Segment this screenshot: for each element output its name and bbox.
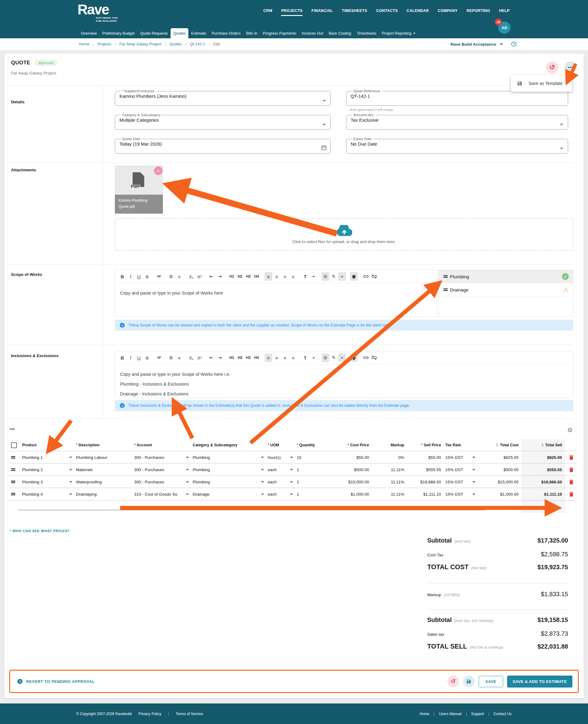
ink-drop-icon[interactable] <box>350 354 358 362</box>
nav-help[interactable]: HELP <box>499 8 510 16</box>
description-cell[interactable]: Waterproofing <box>75 480 133 484</box>
tab-quote-requests[interactable]: Quote Requests <box>138 28 171 38</box>
blockquote-icon[interactable]: ” <box>155 270 163 283</box>
more-options-button[interactable]: ••• <box>564 61 577 74</box>
revert-to-pending-button[interactable]: REVERT TO PENDING APPROVAL <box>17 678 94 684</box>
nav-timesheets[interactable]: TIMESHEETS <box>342 8 367 16</box>
inclusions-editor-content[interactable]: Copy and paste or type in your Scope of … <box>115 364 573 404</box>
underline-icon[interactable]: U <box>135 354 143 362</box>
ordered-list-icon[interactable]: ≣ <box>167 354 175 362</box>
tab-overview[interactable]: Overview <box>78 28 100 38</box>
h2-icon[interactable]: H2 <box>236 272 244 281</box>
h2-icon[interactable]: H2 <box>236 354 244 362</box>
tab-progress-payments[interactable]: Progress Payments <box>260 28 299 38</box>
footer-support-link[interactable]: Support <box>471 712 484 716</box>
outdent-icon[interactable]: ⇤ <box>208 272 215 281</box>
unlink-icon[interactable] <box>370 354 378 362</box>
crumb-quotes[interactable]: Quotes <box>169 42 182 46</box>
align-right-icon[interactable]: ≡ <box>281 354 289 362</box>
chevron-down-icon[interactable] <box>338 354 346 362</box>
nav-contacts[interactable]: CONTACTS <box>376 8 398 16</box>
account-select[interactable]: 300 - Purchases <box>133 467 191 472</box>
indent-icon[interactable]: ⇥ <box>216 272 224 281</box>
nav-calendar[interactable]: CALENDAR <box>407 8 429 16</box>
markup-cell[interactable]: 11.11% <box>372 467 407 472</box>
cost-price-cell[interactable]: $1,000.00 <box>321 492 372 497</box>
inclusions-editor[interactable]: B I U S ” ≣ ≡ X₁ X¹ ⇤ ⇥ H1 H2 H3 H4 ≡ ≡ … <box>115 351 573 398</box>
drag-handle-icon[interactable] <box>443 275 448 279</box>
tax-rate-select[interactable]: 15% GST <box>444 480 478 484</box>
nav-reporting[interactable]: REPORTING <box>466 8 490 16</box>
description-cell[interactable]: Plumbing Labour <box>75 455 133 460</box>
save-as-template-menu-item[interactable]: Save as Template <box>511 75 572 92</box>
remove-attachment-button[interactable]: × <box>154 166 163 175</box>
drag-handle-icon[interactable] <box>11 480 15 484</box>
tax-rate-select[interactable]: 15% GST <box>444 492 478 497</box>
tab-project-reporting[interactable]: Project Reporting <box>379 28 419 38</box>
crumb-projects[interactable]: Projects <box>98 42 111 46</box>
clear-format-icon[interactable]: ⊘ <box>321 354 329 362</box>
expiry-date-select[interactable]: Expiry Date No Due Date <box>346 137 568 154</box>
footer-home-link[interactable]: Home <box>420 712 429 716</box>
clear-format-icon[interactable]: ⊘ <box>321 272 329 281</box>
delete-row-button[interactable] <box>565 455 577 460</box>
drag-handle-icon[interactable] <box>11 456 15 460</box>
h3-icon[interactable]: H3 <box>245 354 252 362</box>
cost-price-cell[interactable]: $15,000.00 <box>321 480 372 484</box>
tax-rate-select[interactable]: 15% GST <box>444 467 478 472</box>
save-button[interactable]: SAVE <box>479 676 503 687</box>
h4-icon[interactable]: H4 <box>253 272 260 281</box>
rave-build-acceptance-dropdown[interactable]: Rave Build Acceptance <box>450 42 496 46</box>
category-subcategory-select[interactable]: Category & Subcategory Multiple Categori… <box>115 113 331 130</box>
tab-purchase-orders[interactable]: Purchase Orders <box>209 28 243 38</box>
quantity-cell[interactable]: 1 <box>296 467 321 472</box>
text-color-icon[interactable]: T <box>301 354 309 362</box>
h1-icon[interactable]: H1 <box>228 272 235 281</box>
align-center-icon[interactable]: ≡ <box>273 272 280 281</box>
sell-price-cell[interactable]: $16,666.50 <box>407 480 444 484</box>
scope-category-drainage[interactable]: Drainage ⚠ <box>439 283 573 296</box>
uom-select[interactable]: hour(s) <box>267 455 296 460</box>
highlight-pen-icon[interactable]: ✎ <box>330 272 337 281</box>
cost-price-cell[interactable]: $55.00 <box>321 455 372 460</box>
drag-handle-icon[interactable] <box>11 492 15 496</box>
category-select[interactable]: Plumbing <box>191 455 267 460</box>
align-right-icon[interactable]: ≡ <box>281 272 289 281</box>
quantity-cell[interactable]: 1 <box>296 480 321 484</box>
gear-icon[interactable]: ⚙ <box>567 426 573 434</box>
tab-preliminary-budget[interactable]: Preliminary Budget <box>100 28 138 38</box>
sell-price-cell[interactable]: $55.00 <box>407 455 444 460</box>
crumb-project-name[interactable]: Far Away Galaxy Project <box>120 42 161 46</box>
crumb-home[interactable]: Home <box>79 42 89 46</box>
link-icon[interactable] <box>362 354 370 362</box>
underline-icon[interactable]: U <box>135 272 143 281</box>
tab-back-costing[interactable]: Back Costing <box>326 28 354 38</box>
unordered-list-icon[interactable]: ≡ <box>175 272 183 281</box>
tax-rate-select[interactable]: 15% GST <box>444 455 478 460</box>
quantity-cell[interactable]: 1 <box>296 492 321 497</box>
drag-handle-icon[interactable] <box>443 288 448 292</box>
select-all-checkbox[interactable] <box>11 442 17 448</box>
nav-financial[interactable]: FINANCIAL <box>312 8 333 16</box>
who-can-see-prices-link[interactable]: * WHO CAN SEE WHAT PRICES? <box>10 529 70 533</box>
category-select[interactable]: Drainage <box>191 492 267 497</box>
nav-company[interactable]: COMPANY <box>438 8 458 16</box>
italic-icon[interactable]: I <box>127 272 134 281</box>
sell-price-cell[interactable]: $1,111.10 <box>407 492 444 497</box>
ink-drop-icon[interactable] <box>350 272 358 281</box>
align-left-icon[interactable]: ≡ <box>265 272 272 281</box>
uom-select[interactable]: each <box>267 467 296 472</box>
footer-contact-link[interactable]: Contact Us <box>493 712 511 716</box>
strikethrough-icon[interactable]: S <box>143 354 151 362</box>
category-select[interactable]: Plumbing <box>191 467 267 472</box>
markup-cell[interactable]: 11.11% <box>372 492 407 497</box>
tab-timesheets[interactable]: Timesheets <box>354 28 379 38</box>
tab-invoices-out[interactable]: Invoices Out <box>299 28 326 38</box>
cost-price-cell[interactable]: $500.00 <box>321 467 372 472</box>
subscript-icon[interactable]: X₁ <box>187 272 195 281</box>
product-select[interactable]: Plumbing 1 <box>21 455 75 460</box>
outdent-icon[interactable]: ⇤ <box>208 354 215 362</box>
h3-icon[interactable]: H3 <box>245 272 252 281</box>
description-cell[interactable]: Drainlaying <box>75 492 133 497</box>
supplier-contractor-select[interactable]: *Supplier/Contractor Kamino Plumbers (Je… <box>115 89 331 106</box>
